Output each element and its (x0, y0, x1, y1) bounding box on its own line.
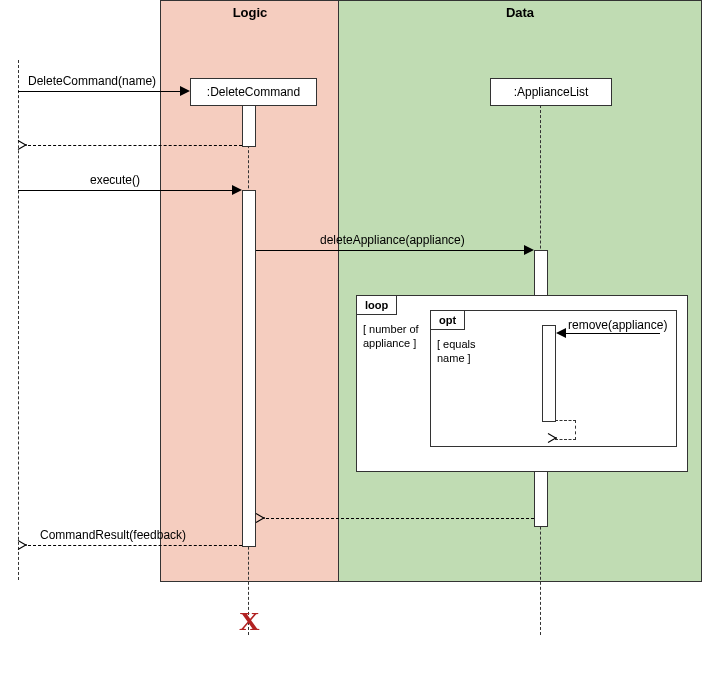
activation-deletecommand-2 (242, 190, 256, 547)
lifeline-appliancelist-label: :ApplianceList (514, 85, 589, 99)
msg-execute-label: execute() (90, 173, 140, 187)
msg-deleteappliance-arrowhead (524, 245, 534, 255)
region-logic-title: Logic (233, 5, 268, 20)
msg-create-line (18, 91, 180, 92)
fragment-loop-guard: [ number of appliance ] (363, 322, 419, 351)
msg-result-line (28, 545, 242, 546)
msg-deleteappliance-return-arrowhead (256, 513, 266, 523)
msg-deleteappliance-return-line (266, 518, 534, 519)
msg-remove-return-arrowhead (548, 433, 558, 443)
msg-create-return-arrowhead (18, 140, 28, 150)
sequence-diagram: Logic Data :DeleteCommand :ApplianceList… (0, 0, 718, 692)
fragment-loop-tab: loop (356, 295, 397, 315)
fragment-opt-guard: [ equals name ] (437, 337, 476, 366)
activation-deletecommand-1 (242, 105, 256, 147)
msg-result-label: CommandResult(feedback) (40, 528, 186, 542)
msg-remove-arrowhead (556, 328, 566, 338)
msg-execute-arrowhead (232, 185, 242, 195)
lifeline-deletecommand-label: :DeleteCommand (207, 85, 300, 99)
msg-result-arrowhead (18, 540, 28, 550)
msg-remove-return-box (555, 420, 576, 440)
activation-appliancelist-remove (542, 325, 556, 422)
msg-create-arrowhead (180, 86, 190, 96)
actor-lifeline (18, 60, 19, 580)
msg-remove-label: remove(appliance) (568, 318, 667, 332)
msg-create-label: DeleteCommand(name) (28, 74, 156, 88)
msg-deleteappliance-label: deleteAppliance(appliance) (320, 233, 465, 247)
fragment-opt-tab: opt (430, 310, 465, 330)
msg-execute-line (18, 190, 232, 191)
msg-deleteappliance-line (256, 250, 524, 251)
lifeline-deletecommand-box: :DeleteCommand (190, 78, 317, 106)
region-data-title: Data (506, 5, 534, 20)
lifeline-appliancelist-box: :ApplianceList (490, 78, 612, 106)
msg-remove-line (565, 333, 660, 334)
destroy-icon: X (239, 607, 260, 637)
msg-create-return-line (28, 145, 242, 146)
